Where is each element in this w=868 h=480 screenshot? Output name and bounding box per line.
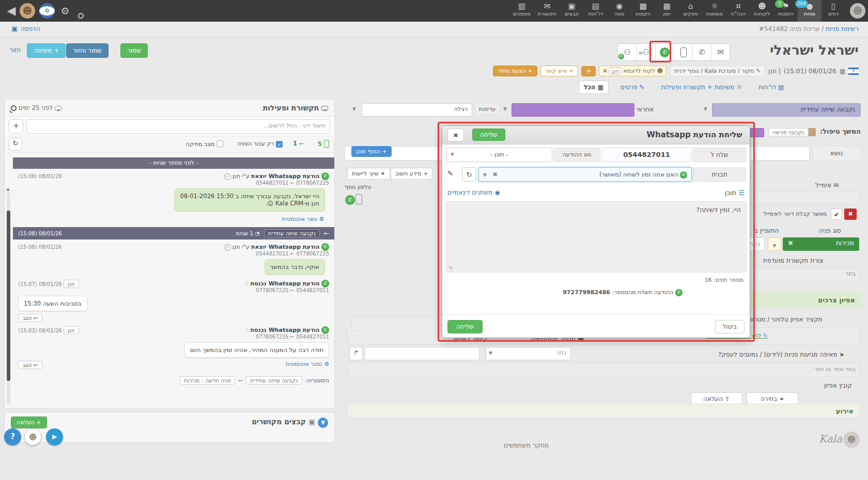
feed-message-outgoing-2[interactable]: ✆ הודעת Whatsapp יוצאת ע"י חנן ✓ (15:08)… bbox=[13, 239, 334, 275]
nav-item-documents[interactable]: ▥ מסמכים bbox=[509, 0, 534, 22]
message-type-select[interactable]: - תוכן - bbox=[446, 148, 552, 162]
back-arrow-icon[interactable]: ◀ bbox=[4, 4, 19, 18]
gear-icon[interactable]: ⚙ bbox=[58, 4, 72, 18]
add-task-button[interactable]: + משימה bbox=[27, 43, 66, 58]
back-link[interactable]: חזור bbox=[9, 46, 21, 54]
template-select[interactable]: ✆ האם אתה זמין לשיחה (מאושר) ✖ ▼ bbox=[478, 167, 692, 182]
whatsapp-action-icon[interactable]: ✆ bbox=[655, 44, 674, 60]
mobile-small-icon[interactable] bbox=[355, 194, 362, 204]
reply-button[interactable]: ↩ הגב bbox=[18, 314, 42, 322]
message-content-textarea[interactable]: היי, זמין לשיחה? bbox=[446, 201, 747, 273]
send-to-value[interactable]: 0544827011 bbox=[601, 148, 692, 162]
nav-item-tasks[interactable]: ☼ משימות bbox=[703, 0, 726, 22]
priority-chevron-icon[interactable]: ▼ bbox=[352, 106, 356, 111]
owner-chevron-icon[interactable]: ▼ bbox=[503, 106, 507, 111]
nav-item-suppliers[interactable]: ⌂ ספקים bbox=[679, 0, 703, 22]
template-edit-icon[interactable]: ✎ bbox=[447, 169, 454, 178]
nav-item-communications[interactable]: ✉ תקשורת bbox=[534, 0, 560, 22]
nav-item-map[interactable]: ◉ מפה bbox=[608, 0, 631, 22]
char-link-input[interactable] bbox=[365, 347, 479, 360]
help-button[interactable]: ? bbox=[4, 428, 21, 445]
tab-tasks-communication[interactable]: ☼ משימות + תקשורת ופעילות bbox=[656, 81, 747, 93]
auto-closed-link[interactable]: ⚙ נסגר אוטומטית bbox=[286, 361, 329, 369]
tab-all[interactable]: ▦ הכל bbox=[579, 81, 609, 94]
dynamic-variables-link[interactable]: ◉ משתנים דינאמיים bbox=[447, 189, 500, 196]
users-count-select[interactable]: בחר bbox=[486, 347, 571, 360]
save-and-return-button[interactable]: שמור וחזור bbox=[66, 43, 109, 58]
nav-item-reports[interactable]: ▤ דו"חות bbox=[584, 0, 608, 22]
search-icon[interactable] bbox=[73, 4, 88, 18]
nav-item-accounting[interactable]: ¤ הנה"ח bbox=[726, 0, 750, 22]
whatsapp-small-icon[interactable]: ✆ bbox=[345, 195, 355, 205]
play-video-button[interactable]: ▶ bbox=[46, 428, 63, 445]
add-note-button[interactable]: + bbox=[9, 119, 23, 134]
important-info-button[interactable]: + מידע חשוב bbox=[391, 168, 432, 180]
account-avatar[interactable]: ☻ bbox=[850, 3, 865, 19]
refresh-feed-button[interactable]: ↻ bbox=[9, 138, 22, 151]
koala-assistant-button[interactable]: ☻ bbox=[24, 428, 41, 445]
modal-cancel-button[interactable]: ביטול bbox=[715, 320, 745, 333]
add-contact-button[interactable]: + איש קשר bbox=[540, 66, 579, 76]
print-link[interactable]: הדפסה bbox=[21, 25, 40, 33]
template-refresh-button[interactable]: ↻ bbox=[462, 167, 476, 182]
nav-item-setups[interactable]: ▩ הקמות bbox=[631, 0, 655, 22]
breadcrumb-list-link[interactable]: רשימת פניות bbox=[826, 25, 859, 33]
nav-item-dapim[interactable]: ▯ דפים bbox=[822, 0, 845, 22]
source-chip[interactable]: ✎ מקור / מערכת Kala / נוסף ידנית bbox=[670, 66, 765, 76]
nav-item-files[interactable]: ▣ קבצים bbox=[560, 0, 584, 22]
template-chevron-icon[interactable]: ✖ ▼ bbox=[483, 171, 498, 178]
modal-close-button[interactable]: ✖ bbox=[447, 129, 464, 141]
email-confirm-check-icon[interactable]: ✔ bbox=[831, 209, 842, 220]
owner-dropdown[interactable] bbox=[512, 103, 634, 117]
leads-source-select[interactable]: בחר אחד או יותר bbox=[347, 362, 860, 377]
users-chevron-icon[interactable]: ▼ bbox=[489, 350, 492, 356]
delete-mode-checkbox[interactable]: מצב מחיקה bbox=[186, 140, 223, 148]
status-dropdown[interactable]: נקבעה שיחה עתידית bbox=[712, 103, 861, 117]
add-plus-button[interactable]: + bbox=[581, 66, 596, 76]
phone-action-icon[interactable]: ✆ bbox=[692, 44, 711, 60]
nav-item-pniyot[interactable]: ● פניות 204 bbox=[798, 0, 822, 22]
nav-item-lakohot[interactable]: ☻ לקוחות bbox=[750, 0, 774, 22]
tab-reports[interactable]: ▤ דו"חות bbox=[754, 81, 789, 93]
followup-meeting-badge[interactable]: נקבעה פגישה bbox=[768, 128, 809, 136]
feed-message-incoming-1[interactable]: ✆ הודעת Whatsapp נכנסת ☝ חנן (15:07) 08/… bbox=[13, 275, 334, 322]
feed-scrollbar-thumb[interactable] bbox=[7, 211, 10, 381]
only-inquiry-checkbox[interactable]: ✓ רק עבור הפניה bbox=[237, 140, 283, 148]
email-confirm-remove-button[interactable]: ✖ bbox=[844, 209, 857, 220]
modal-send-button-top[interactable]: שליחה bbox=[472, 129, 505, 141]
type-dropdown-chevron[interactable]: ▼ bbox=[768, 237, 781, 251]
customer-tag[interactable]: ☻ לקוח לדוגמא חנן ✖ bbox=[599, 66, 667, 76]
activity-search[interactable]: לפני 25 ימים bbox=[11, 104, 61, 111]
manual-note-input[interactable]: תיעוד ידני - החל לרשום... bbox=[26, 119, 330, 134]
auto-created-link[interactable]: ⚙ נוצר אוטומטית bbox=[282, 216, 324, 222]
language-flag-icon[interactable]: ✡ bbox=[39, 3, 55, 19]
resize-handle[interactable] bbox=[448, 266, 453, 271]
remove-type-icon[interactable]: ✖ bbox=[788, 239, 793, 247]
scroll-up-icon[interactable]: ▲ bbox=[6, 186, 10, 191]
remove-customer-icon[interactable]: ✖ bbox=[602, 68, 607, 74]
feed-search-icon[interactable] bbox=[11, 105, 17, 111]
link-entity-button[interactable]: ⚭ שיוך ליישות bbox=[347, 168, 390, 180]
share-link-button[interactable]: ↱ bbox=[349, 347, 363, 360]
feed-status-row[interactable]: ← נקבעה שיחה עתידית ◔ 1 שניות (15:08) 08… bbox=[13, 227, 334, 239]
collapse-chevron-icon[interactable]: ▼ bbox=[318, 418, 328, 428]
reply-button[interactable]: ↩ הגב bbox=[18, 361, 42, 369]
add-quote-button[interactable]: + הצעת מחיר bbox=[493, 66, 537, 76]
upload-files-button[interactable]: + העלאה bbox=[11, 417, 47, 428]
priority-dropdown[interactable]: רגילה bbox=[362, 103, 472, 117]
status-chevron-icon[interactable]: ▼ bbox=[704, 106, 707, 111]
bot-whatsapp-icon[interactable]: ⚇✆ bbox=[618, 44, 637, 60]
email-action-icon[interactable]: ✉ bbox=[711, 44, 730, 60]
nav-item-hazmanot[interactable]: ⚑ הזמנות 5 bbox=[774, 0, 798, 22]
mobile-action-icon[interactable] bbox=[674, 44, 692, 60]
add-content-button[interactable]: + הוסף תוכן bbox=[351, 146, 392, 157]
tab-details[interactable]: ✎ פרטים bbox=[616, 81, 649, 93]
feed-message-outgoing-1[interactable]: ✆ הודעת Whatsapp יוצאת ע"י חנן ✓ (15:08)… bbox=[13, 169, 334, 224]
save-button[interactable]: שמור bbox=[120, 43, 148, 58]
feed-message-incoming-2[interactable]: ✆ הודעת Whatsapp נכנסת ☝ חנן (15:03) 08/… bbox=[13, 322, 334, 369]
printer-icon[interactable]: ▣ bbox=[11, 25, 18, 33]
inquiry-type-tag[interactable]: ✖מכירות bbox=[783, 237, 859, 251]
user-avatar[interactable]: ☻ bbox=[20, 3, 35, 19]
nav-item-calendar[interactable]: ▦ יומן bbox=[655, 0, 679, 22]
modal-send-button-bottom[interactable]: שליחה bbox=[447, 320, 483, 333]
